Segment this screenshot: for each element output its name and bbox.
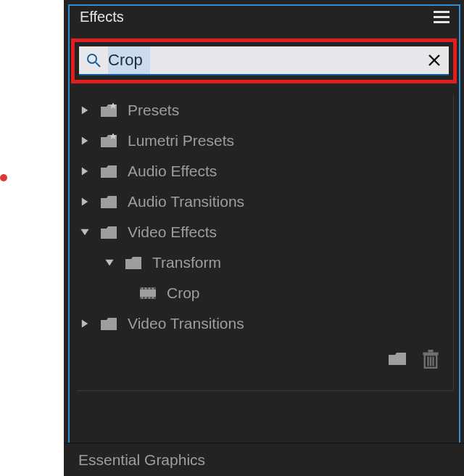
panel-header: Effects <box>64 0 464 31</box>
tree-row-audio-transitions[interactable]: Audio Transitions <box>77 186 453 217</box>
svg-rect-21 <box>149 298 150 299</box>
tree-label: Audio Effects <box>128 163 217 180</box>
tree-row-lumetri-presets[interactable]: Lumetri Presets <box>77 126 453 156</box>
panel-title: Effects <box>80 9 124 25</box>
svg-rect-25 <box>423 353 438 356</box>
folder-icon <box>125 255 142 270</box>
svg-line-1 <box>96 62 100 67</box>
svg-marker-8 <box>82 167 88 175</box>
tree-row-video-transitions[interactable]: Video Transitions <box>77 308 453 339</box>
chevron-right-icon[interactable] <box>80 166 90 176</box>
effects-tree: Presets Lumetri Presets Audio Effects Au… <box>77 95 454 391</box>
tree-row-audio-effects[interactable]: Audio Effects <box>77 156 453 186</box>
svg-rect-19 <box>141 298 143 299</box>
svg-marker-6 <box>82 136 88 144</box>
svg-rect-16 <box>145 288 146 290</box>
annotation-dot <box>0 174 7 181</box>
tree-label: Video Transitions <box>128 315 244 332</box>
trash-icon[interactable] <box>421 350 440 366</box>
search-row <box>71 38 457 83</box>
tree-row-crop-effect[interactable]: Crop <box>77 278 453 308</box>
chevron-down-icon[interactable] <box>80 227 90 237</box>
folder-icon <box>100 164 117 178</box>
search-box <box>79 46 449 75</box>
chevron-right-icon[interactable] <box>80 319 90 329</box>
clear-search-icon[interactable] <box>427 53 442 67</box>
chevron-down-icon[interactable] <box>104 258 115 268</box>
tree-label: Transform <box>152 254 221 271</box>
folder-starred-icon <box>100 103 117 118</box>
tree-row-transform[interactable]: Transform <box>77 247 453 278</box>
svg-marker-10 <box>80 229 88 235</box>
folder-icon <box>100 225 117 239</box>
tree-label: Video Effects <box>128 223 217 241</box>
tree-label: Lumetri Presets <box>128 132 234 149</box>
svg-rect-20 <box>145 298 146 299</box>
tree-label: Crop <box>167 284 200 302</box>
new-bin-icon[interactable] <box>388 350 407 366</box>
tree-label: Audio Transitions <box>128 193 244 210</box>
svg-marker-4 <box>82 106 88 114</box>
svg-rect-15 <box>141 288 143 290</box>
svg-marker-9 <box>82 197 88 205</box>
tree-row-presets[interactable]: Presets <box>77 95 453 126</box>
chevron-right-icon[interactable] <box>80 105 90 115</box>
effects-bottom-toolbar <box>77 339 453 371</box>
panel-menu-icon[interactable] <box>434 11 450 24</box>
svg-marker-23 <box>82 319 88 327</box>
search-input[interactable] <box>108 46 420 74</box>
folder-starred-icon <box>100 134 117 148</box>
folder-icon <box>100 316 117 331</box>
tree-label: Presets <box>128 102 179 119</box>
chevron-right-icon[interactable] <box>80 136 90 146</box>
svg-rect-17 <box>149 288 150 290</box>
effects-panel: Effects Presets <box>64 0 464 476</box>
chevron-right-icon[interactable] <box>80 197 90 207</box>
svg-rect-26 <box>428 350 433 353</box>
folder-icon <box>100 194 117 209</box>
svg-rect-22 <box>152 298 154 299</box>
panel-footer[interactable]: Essential Graphics <box>64 443 464 476</box>
svg-marker-11 <box>105 260 113 266</box>
svg-rect-18 <box>152 288 154 290</box>
footer-panel-title: Essential Graphics <box>78 451 205 469</box>
tree-row-video-effects[interactable]: Video Effects <box>77 217 453 247</box>
svg-point-0 <box>88 54 96 63</box>
search-icon <box>86 53 101 67</box>
effect-icon <box>139 286 157 300</box>
